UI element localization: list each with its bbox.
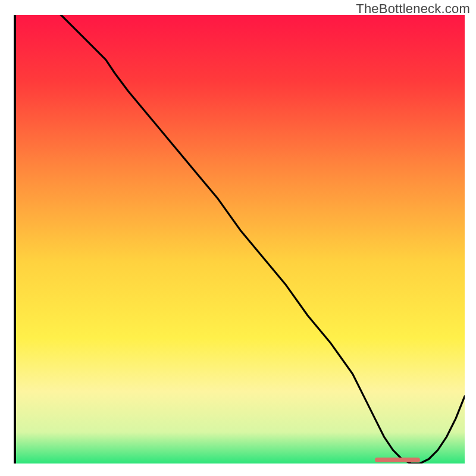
plot-svg <box>16 15 465 464</box>
plot-area <box>14 15 462 464</box>
gradient-background <box>16 15 465 464</box>
optimal-range-marker <box>375 458 419 462</box>
chart-stage: TheBottleneck.com <box>0 0 476 476</box>
